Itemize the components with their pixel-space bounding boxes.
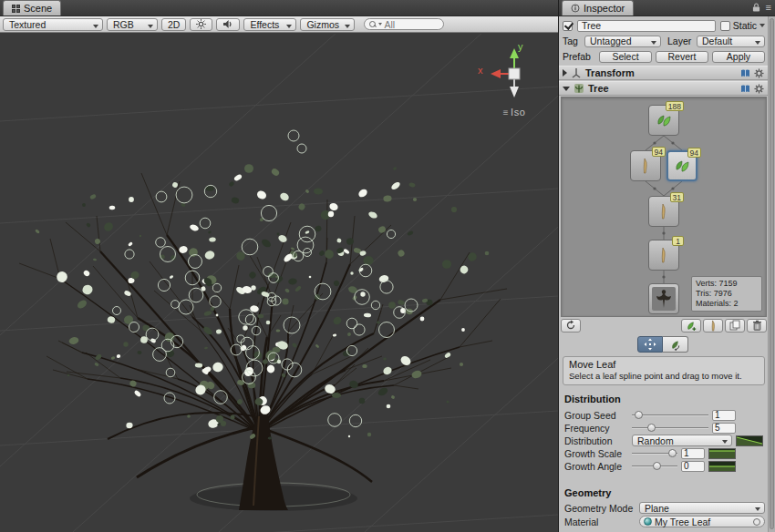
prefab-row: Prefab Select Revert Apply <box>563 50 765 63</box>
duplicate-node-button[interactable] <box>725 319 745 332</box>
inspector-scrollbar[interactable] <box>768 16 775 532</box>
material-icon <box>644 517 652 526</box>
scene-gizmo[interactable]: y x ≡Iso <box>485 45 543 118</box>
prefab-apply-button[interactable]: Apply <box>712 51 765 63</box>
lighting-toggle-button[interactable] <box>190 18 212 31</box>
slider-thumb[interactable] <box>653 462 661 470</box>
delete-node-button[interactable] <box>747 319 767 332</box>
material-value: My Tree Leaf <box>655 517 710 527</box>
tab-menu-icon[interactable]: ≡ <box>766 2 771 13</box>
tree-component-icon <box>574 83 584 94</box>
tree-title: Tree <box>588 83 609 94</box>
audio-toggle-button[interactable] <box>216 18 240 31</box>
group-seed-slider[interactable] <box>632 410 708 421</box>
scene-viewport[interactable]: y x ≡Iso <box>0 34 558 532</box>
add-branch-icon <box>708 320 719 332</box>
tree-node-branch-base[interactable]: 1 <box>648 240 679 271</box>
toggle-2d-button[interactable]: 2D <box>161 18 186 31</box>
inspector-pane: Inspector ≡ Tree Static Tag Untagged Lay… <box>558 0 775 532</box>
active-checkbox[interactable] <box>563 21 573 31</box>
growth-scale-field[interactable]: 1 <box>681 448 705 459</box>
tree-component-header[interactable]: Tree <box>559 81 768 96</box>
axis-y-label[interactable]: y <box>518 41 523 52</box>
draw-mode-dropdown[interactable]: Textured <box>3 18 103 31</box>
render-mode-label: RGB <box>113 19 134 30</box>
axis-x-label[interactable]: x <box>478 65 483 76</box>
slider-thumb[interactable] <box>635 411 643 419</box>
move-tool-icon <box>644 338 656 351</box>
inspector-icon <box>571 4 580 13</box>
tag-dropdown[interactable]: Untagged <box>584 36 661 47</box>
node-badge: 1 <box>672 236 684 246</box>
material-row: Material My Tree Leaf <box>564 516 765 527</box>
tree-node-leaf-selected[interactable]: 94 <box>666 150 698 181</box>
tree-hierarchy-canvas[interactable]: 188 94 94 31 1 Verts: 7159 <box>561 97 767 317</box>
tree-node-root[interactable] <box>648 283 679 314</box>
scrollbar-thumb[interactable] <box>770 18 774 529</box>
growth-angle-slider[interactable] <box>632 461 677 472</box>
gameobject-name-field[interactable]: Tree <box>577 20 716 32</box>
duplicate-icon <box>729 320 740 331</box>
node-badge: 94 <box>652 147 666 157</box>
distribution-curve-preview[interactable] <box>736 435 763 446</box>
layer-dropdown[interactable]: Default <box>697 36 765 47</box>
slider-thumb[interactable] <box>668 449 677 457</box>
help-book-icon[interactable] <box>740 84 750 94</box>
tree-foldout-icon[interactable] <box>563 87 570 91</box>
transform-component-header[interactable]: Transform <box>559 66 768 80</box>
sun-icon <box>196 19 206 29</box>
prefab-label: Prefab <box>563 51 595 62</box>
group-seed-field[interactable]: 1 <box>712 410 736 421</box>
prefab-revert-button[interactable]: Revert <box>656 51 708 63</box>
mesh-stats-box: Verts: 7159 Tris: 7976 Materials: 2 <box>691 276 762 312</box>
add-branch-button[interactable] <box>703 319 723 332</box>
object-picker-icon[interactable] <box>753 518 760 526</box>
tree-node-leaf-top[interactable]: 188 <box>648 105 679 136</box>
tab-inspector[interactable]: Inspector <box>562 0 634 15</box>
frequency-row: Frequency 5 <box>564 422 765 434</box>
add-leaf-button[interactable] <box>681 319 701 332</box>
frequency-slider[interactable] <box>632 423 708 434</box>
add-leaf-icon <box>686 320 698 332</box>
prefab-select-button[interactable]: Select <box>599 51 652 63</box>
distribution-dropdown[interactable]: Random <box>632 435 732 446</box>
tree-node-branch-mid[interactable]: 94 <box>630 150 661 181</box>
orientation-gizmo-icon[interactable] <box>485 45 543 103</box>
projection-label: Iso <box>511 107 525 118</box>
frequency-field[interactable]: 5 <box>712 423 736 434</box>
effects-dropdown[interactable]: Effects <box>243 18 296 31</box>
static-dropdown-arrow-icon[interactable] <box>760 24 765 27</box>
growth-angle-curve-preview[interactable] <box>708 461 736 472</box>
scene-tab-label: Scene <box>24 3 52 14</box>
search-filter-arrow-icon[interactable] <box>378 23 382 26</box>
growth-scale-slider[interactable] <box>632 448 677 459</box>
growth-angle-field[interactable]: 0 <box>681 461 705 472</box>
slider-thumb[interactable] <box>647 424 656 432</box>
refresh-button[interactable] <box>561 319 581 332</box>
move-leaf-tool-button[interactable] <box>637 336 663 353</box>
geometry-mode-dropdown[interactable]: Plane <box>639 502 765 514</box>
tree-node-branch-lower[interactable]: 31 <box>648 196 679 227</box>
growth-angle-row: Growth Angle 0 <box>564 460 765 472</box>
group-seed-row: Group Seed 1 <box>564 409 765 421</box>
growth-scale-curve-preview[interactable] <box>708 448 736 459</box>
scene-search-input[interactable]: All <box>364 18 444 30</box>
gear-icon[interactable] <box>754 68 764 78</box>
tree-root-thumbnail <box>652 287 676 311</box>
lock-icon[interactable] <box>752 2 760 13</box>
projection-toggle[interactable]: ≡Iso <box>485 107 543 118</box>
gear-icon[interactable] <box>754 84 764 94</box>
scene-render[interactable] <box>0 34 558 532</box>
tab-scene[interactable]: Scene <box>3 0 61 15</box>
gameobject-header-row: Tree Static <box>563 19 765 32</box>
material-object-field[interactable]: My Tree Leaf <box>639 516 765 527</box>
static-checkbox[interactable] <box>720 21 730 31</box>
search-icon <box>369 21 377 28</box>
transform-foldout-icon[interactable] <box>563 69 567 77</box>
gizmos-dropdown[interactable]: Gizmos <box>300 18 355 31</box>
help-book-icon[interactable] <box>740 68 750 78</box>
slider-track <box>632 427 708 429</box>
rotate-leaf-tool-button[interactable] <box>663 336 688 353</box>
geometry-mode-value: Plane <box>645 503 669 514</box>
render-mode-dropdown[interactable]: RGB <box>107 18 158 31</box>
